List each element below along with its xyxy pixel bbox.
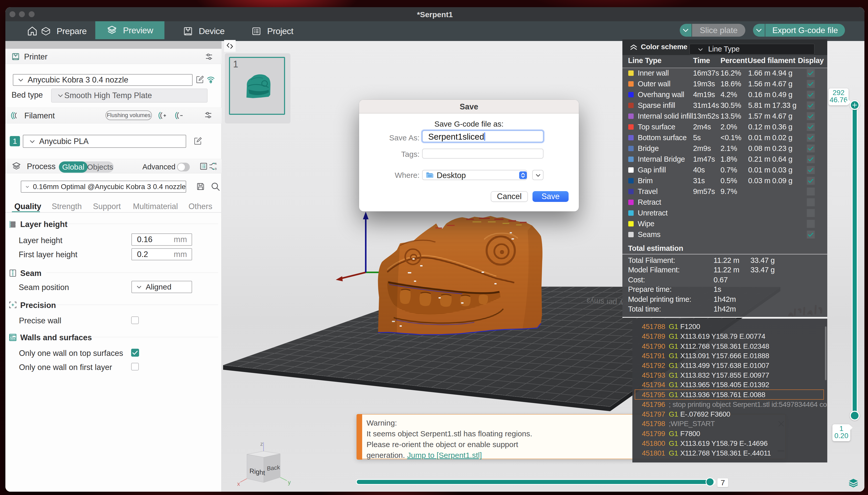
svg-text:A: A	[215, 162, 217, 165]
svg-text:z: z	[260, 441, 263, 447]
svg-text:x: x	[237, 481, 240, 487]
svg-text:y: y	[288, 479, 291, 485]
svg-text:B: B	[215, 167, 217, 170]
svg-text:Back: Back	[267, 464, 280, 472]
